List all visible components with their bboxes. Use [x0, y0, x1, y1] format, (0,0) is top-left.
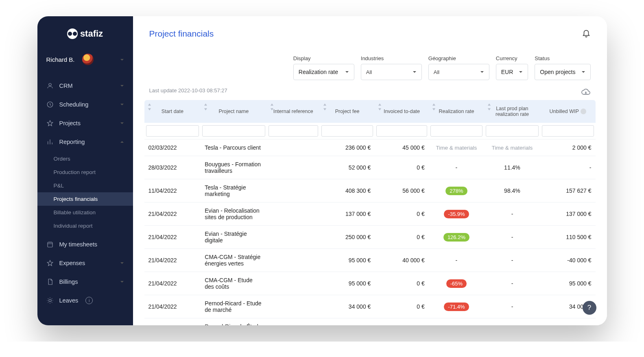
svg-point-3 — [49, 299, 51, 302]
table-row[interactable]: 21/04/2022Pernod-Ricard - Etude de march… — [144, 295, 596, 318]
cell-unbilled-wip: 95 000 € — [540, 272, 596, 295]
filter-label: Industries — [361, 55, 422, 61]
cell-invoiced: 0 € — [375, 272, 428, 295]
cell-project-name: CMA-CGM - Etude des coûts — [201, 272, 266, 295]
financials-table-wrap[interactable]: Start date Project name Internal referen… — [133, 100, 607, 325]
cell-last-prod-plan: 98.4% — [484, 179, 540, 202]
cell-last-prod-plan: - — [484, 272, 540, 295]
help-button[interactable]: ? — [583, 301, 596, 315]
cell-project-fee: 95 000 € — [320, 272, 375, 295]
nav-crm[interactable]: CRM — [37, 76, 133, 95]
col-unbilled-wip[interactable]: Unbilled WIP — [540, 100, 596, 123]
chevron-down-icon — [413, 69, 417, 75]
nav-my-timesheets[interactable]: My timesheets — [37, 235, 133, 254]
cell-project-fee: 95 000 € — [320, 249, 375, 272]
sort-icon[interactable] — [204, 103, 207, 111]
filter-internal-reference[interactable] — [269, 125, 318, 137]
filter-unbilled-wip[interactable] — [542, 125, 594, 137]
table-row[interactable]: 28/03/2022Bouygues - Formation travaille… — [144, 156, 596, 179]
cell-invoiced: 0 € — [375, 318, 428, 326]
filter-start-date[interactable] — [146, 125, 199, 137]
cell-internal-reference — [267, 202, 320, 226]
table-row[interactable]: 21/04/2022CMA-CGM - Stratégie énergies v… — [144, 249, 596, 272]
cell-start-date: 28/03/2022 — [144, 156, 201, 179]
table-row[interactable]: 21/04/2022Pernod-Ricard - Étude sur le b… — [144, 318, 596, 326]
industries-select[interactable]: All — [361, 64, 422, 80]
display-select[interactable]: Realization rate — [293, 64, 354, 80]
subnav-billable-utilization[interactable]: Billable utilization — [37, 206, 133, 219]
col-start-date[interactable]: Start date — [144, 100, 201, 123]
cell-project-name: Bouygues - Formation travailleurs — [201, 156, 266, 179]
table-row[interactable]: 21/04/2022Evian - Relocalisation sites d… — [144, 202, 596, 226]
cell-start-date: 11/04/2022 — [144, 179, 201, 202]
sun-icon — [46, 297, 54, 304]
cell-project-fee: 34 000 € — [320, 295, 375, 318]
sidebar: stafiz Richard B. CRM Scheduling Project… — [37, 16, 133, 325]
filter-display: Display Realization rate — [293, 55, 354, 80]
cell-start-date: 21/04/2022 — [144, 272, 201, 295]
subnav-pnl[interactable]: P&L — [37, 179, 133, 192]
col-invoiced-to-date[interactable]: Invoiced to-date — [375, 100, 428, 123]
cell-project-fee: 236 000 € — [320, 139, 375, 156]
nav-reporting[interactable]: Reporting — [37, 133, 133, 151]
cell-internal-reference — [267, 318, 320, 326]
currency-select[interactable]: EUR — [496, 64, 528, 80]
cell-invoiced: 56 000 € — [375, 179, 428, 202]
filter-last-prod-plan[interactable] — [486, 125, 539, 137]
nav-projects[interactable]: Projects — [37, 114, 133, 133]
table-row[interactable]: 02/03/2022Tesla - Parcours client236 000… — [144, 139, 596, 156]
cell-realization-rate: -71.4% — [429, 295, 484, 318]
cell-invoiced: 0 € — [375, 202, 428, 226]
chart-icon — [46, 138, 54, 146]
cell-realization-rate: 278% — [429, 179, 484, 202]
notifications-button[interactable] — [582, 28, 591, 39]
sort-icon[interactable] — [270, 103, 274, 111]
subnav-projects-financials[interactable]: Projects financials — [37, 192, 133, 206]
cell-internal-reference — [267, 272, 320, 295]
table-row[interactable]: 21/04/2022Evian - Stratégie digitale250 … — [144, 226, 596, 249]
cell-invoiced: 40 000 € — [375, 249, 428, 272]
cell-project-fee: 52 000 € — [320, 156, 375, 179]
filter-project-name[interactable] — [202, 125, 265, 137]
sort-icon[interactable] — [487, 103, 491, 111]
table-row[interactable]: 21/04/2022CMA-CGM - Etude des coûts95 00… — [144, 272, 596, 295]
filter-geography: Géographie All — [428, 55, 489, 80]
filter-invoiced[interactable] — [376, 125, 427, 137]
sort-icon[interactable] — [323, 103, 327, 111]
chevron-down-icon — [345, 69, 349, 75]
col-realization-rate[interactable]: Realization rate — [429, 100, 484, 123]
cell-unbilled-wip: 137 000 € — [540, 202, 596, 226]
table-row[interactable]: 11/04/2022Tesla - Stratégie marketing408… — [144, 179, 596, 202]
sort-icon[interactable] — [432, 103, 436, 111]
rate-note: Time & materials — [492, 145, 533, 151]
subnav-individual-report[interactable]: Individual report — [37, 219, 133, 233]
nav-billings[interactable]: Billings — [37, 272, 133, 291]
select-value: Realization rate — [299, 69, 338, 75]
subnav-production-report[interactable]: Production report — [37, 165, 133, 179]
rate-badge: 278% — [445, 187, 467, 195]
status-select[interactable]: Open projects — [535, 64, 590, 80]
col-last-prod-plan[interactable]: Last prod plan realization rate — [484, 100, 540, 123]
nav-scheduling[interactable]: Scheduling — [37, 95, 133, 114]
cell-internal-reference — [267, 295, 320, 318]
chevron-up-icon — [120, 139, 124, 145]
geography-select[interactable]: All — [428, 64, 489, 80]
col-project-fee[interactable]: Project fee — [320, 100, 375, 123]
info-icon[interactable] — [581, 109, 586, 114]
nav-leaves[interactable]: Leavesi — [37, 291, 133, 310]
sort-icon[interactable] — [148, 103, 151, 111]
rate-badge: 126.2% — [443, 233, 469, 242]
filter-realization-rate[interactable] — [430, 125, 482, 137]
sort-icon[interactable] — [378, 103, 382, 111]
col-internal-reference[interactable]: Internal reference — [267, 100, 320, 123]
subnav-orders[interactable]: Orders — [37, 152, 133, 165]
cell-project-name: Tesla - Parcours client — [201, 139, 266, 156]
nav-expenses[interactable]: Expenses — [37, 254, 133, 272]
cell-invoiced: 0 € — [375, 295, 428, 318]
download-button[interactable] — [581, 87, 591, 98]
filter-project-fee[interactable] — [321, 125, 373, 137]
col-project-name[interactable]: Project name — [201, 100, 266, 123]
cell-internal-reference — [267, 179, 320, 202]
app-window: stafiz Richard B. CRM Scheduling Project… — [37, 16, 607, 325]
user-menu[interactable]: Richard B. — [37, 51, 133, 72]
